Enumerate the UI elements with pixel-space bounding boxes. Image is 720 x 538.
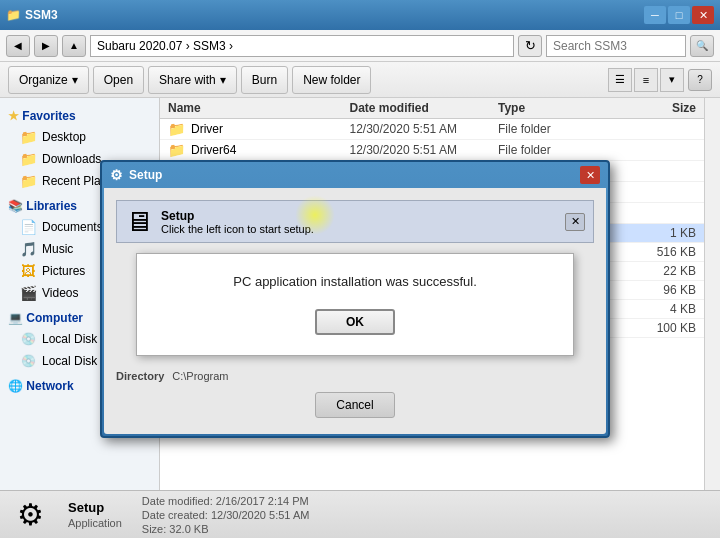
setup-inner-title: Setup <box>161 209 314 223</box>
open-button[interactable]: Open <box>93 66 144 94</box>
file-list-header: Name Date modified Type Size <box>160 98 704 119</box>
setup-inner-close-button[interactable]: ✕ <box>565 213 585 231</box>
setup-dialog-title-text: Setup <box>129 168 162 182</box>
status-filename: Setup <box>68 500 122 515</box>
col-size-header[interactable]: Size <box>630 101 696 115</box>
success-message: PC application installation was successf… <box>157 274 553 289</box>
file-size: 96 KB <box>630 283 696 297</box>
window-title: SSM3 <box>25 8 58 22</box>
sidebar-item-label: Pictures <box>42 264 85 278</box>
sidebar-item-label: Desktop <box>42 130 86 144</box>
status-size: Size: 32.0 KB <box>142 523 310 535</box>
file-type: File folder <box>498 122 630 136</box>
setup-dialog-close-button[interactable]: ✕ <box>580 166 600 184</box>
setup-dialog-title-bar: ⚙ Setup ✕ <box>102 162 608 188</box>
organize-label: Organize <box>19 73 68 87</box>
address-input[interactable] <box>90 35 514 57</box>
window-icon: 📁 <box>6 8 21 22</box>
setup-title-icon: ⚙ <box>110 167 123 183</box>
view-chevron-button[interactable]: ▾ <box>660 68 684 92</box>
success-dialog: PC application installation was successf… <box>136 253 574 356</box>
file-size: 22 KB <box>630 264 696 278</box>
directory-path: C:\Program <box>172 370 228 382</box>
file-date: 12/30/2020 5:51 AM <box>350 122 499 136</box>
setup-inner-subtitle: Click the left icon to start setup. <box>161 223 314 235</box>
sidebar-item-desktop[interactable]: 📁 Desktop <box>0 126 159 148</box>
file-name-cell: 📁 Driver64 <box>168 142 350 158</box>
address-bar: ◀ ▶ ▲ ↻ 🔍 <box>0 30 720 62</box>
col-type-header[interactable]: Type <box>498 101 630 115</box>
burn-label: Burn <box>252 73 277 87</box>
star-icon: ★ <box>8 109 19 123</box>
back-button[interactable]: ◀ <box>6 35 30 57</box>
col-date-header[interactable]: Date modified <box>350 101 499 115</box>
new-folder-button[interactable]: New folder <box>292 66 371 94</box>
close-button[interactable]: ✕ <box>692 6 714 24</box>
organize-chevron: ▾ <box>72 73 78 87</box>
file-size: 516 KB <box>630 245 696 259</box>
drive-d-icon: 💿 <box>20 353 36 369</box>
cancel-row: Cancel <box>116 386 594 422</box>
setup-inner-icon: 🖥 <box>125 205 153 238</box>
setup-inner-header: 🖥 Setup Click the left icon to start set… <box>116 200 594 243</box>
table-row[interactable]: 📁 Driver64 12/30/2020 5:51 AM File folde… <box>160 140 704 161</box>
ok-button[interactable]: OK <box>315 309 395 335</box>
table-row[interactable]: 📁 Driver 12/30/2020 5:51 AM File folder <box>160 119 704 140</box>
status-file-icon: ⚙ <box>12 497 48 533</box>
search-button[interactable]: 🔍 <box>690 35 714 57</box>
status-bar: ⚙ Setup Application Date modified: 2/16/… <box>0 490 720 538</box>
directory-label: Directory <box>116 370 164 382</box>
sidebar-item-label: Music <box>42 242 73 256</box>
file-date: 12/30/2020 5:51 AM <box>350 143 499 157</box>
help-button[interactable]: ? <box>688 69 712 91</box>
organize-button[interactable]: Organize ▾ <box>8 66 89 94</box>
favorites-header[interactable]: ★ Favorites <box>0 106 159 126</box>
directory-info: Directory C:\Program <box>116 366 594 386</box>
view-list-button[interactable]: ☰ <box>608 68 632 92</box>
sidebar-item-label: Downloads <box>42 152 101 166</box>
share-chevron: ▾ <box>220 73 226 87</box>
file-size: 4 KB <box>630 302 696 316</box>
recent-folder-icon: 📁 <box>20 173 36 189</box>
up-button[interactable]: ▲ <box>62 35 86 57</box>
file-name: Driver <box>191 122 223 136</box>
maximize-button[interactable]: □ <box>668 6 690 24</box>
title-controls: ─ □ ✕ <box>644 6 714 24</box>
pictures-icon: 🖼 <box>20 263 36 279</box>
file-name: Driver64 <box>191 143 236 157</box>
folder-icon: 📁 <box>168 142 185 158</box>
setup-dialog-outer: ⚙ Setup ✕ 🖥 Setup Click the left icon to… <box>100 160 610 438</box>
view-details-button[interactable]: ≡ <box>634 68 658 92</box>
scrollbar[interactable] <box>704 98 720 490</box>
title-bar: 📁 SSM3 ─ □ ✕ <box>0 0 720 30</box>
status-date-modified: Date modified: 2/16/2017 2:14 PM <box>142 495 310 507</box>
desktop-folder-icon: 📁 <box>20 129 36 145</box>
videos-icon: 🎬 <box>20 285 36 301</box>
status-date-col: Date modified: 2/16/2017 2:14 PM Date cr… <box>142 495 310 535</box>
sidebar-item-label: Documents <box>42 220 103 234</box>
share-with-button[interactable]: Share with ▾ <box>148 66 237 94</box>
status-filename-col: Setup Application <box>68 500 122 529</box>
refresh-button[interactable]: ↻ <box>518 35 542 57</box>
sidebar-item-label: Videos <box>42 286 78 300</box>
forward-button[interactable]: ▶ <box>34 35 58 57</box>
cancel-button[interactable]: Cancel <box>315 392 395 418</box>
downloads-folder-icon: 📁 <box>20 151 36 167</box>
file-name-cell: 📁 Driver <box>168 121 350 137</box>
status-type: Application <box>68 517 122 529</box>
new-folder-label: New folder <box>303 73 360 87</box>
file-size: 100 KB <box>630 321 696 335</box>
minimize-button[interactable]: ─ <box>644 6 666 24</box>
file-size: 1 KB <box>630 226 696 240</box>
col-name-header[interactable]: Name <box>168 101 350 115</box>
computer-icon: 💻 <box>8 311 23 325</box>
burn-button[interactable]: Burn <box>241 66 288 94</box>
search-input[interactable] <box>546 35 686 57</box>
music-icon: 🎵 <box>20 241 36 257</box>
toolbar: Organize ▾ Open Share with ▾ Burn New fo… <box>0 62 720 98</box>
docs-icon: 📄 <box>20 219 36 235</box>
status-date-created: Date created: 12/30/2020 5:51 AM <box>142 509 310 521</box>
library-icon: 📚 <box>8 199 23 213</box>
folder-icon: 📁 <box>168 121 185 137</box>
view-buttons: ☰ ≡ ▾ <box>608 68 684 92</box>
